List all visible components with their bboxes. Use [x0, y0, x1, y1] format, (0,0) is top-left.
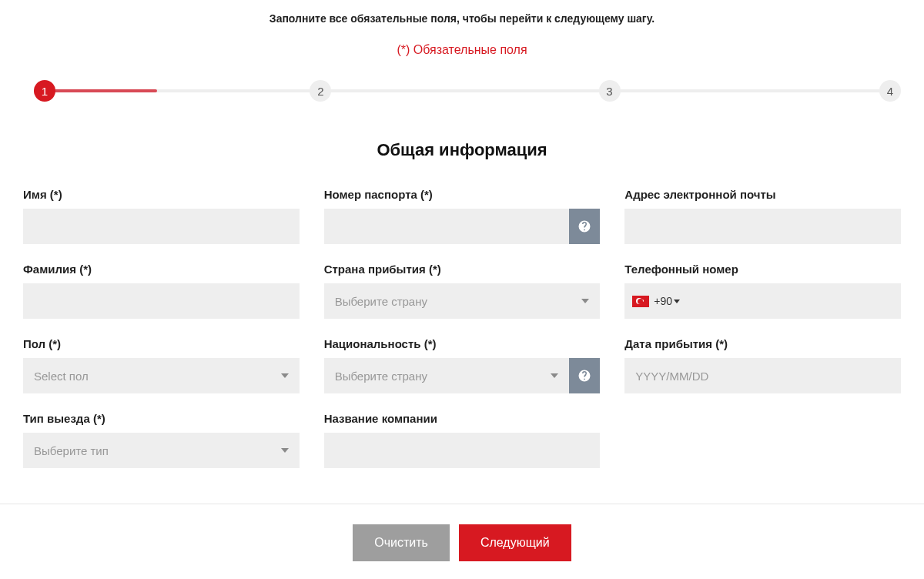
field-arrival-date: Дата прибытия (*)	[624, 337, 901, 393]
field-nationality: Национальность (*) Выберите страну	[324, 337, 601, 393]
required-fields-note: (*) Обязательные поля	[0, 43, 924, 57]
arrival-country-label: Страна прибытия (*)	[324, 263, 601, 276]
gender-label: Пол (*)	[23, 337, 300, 350]
field-first-name: Имя (*)	[23, 188, 300, 244]
empty-cell	[624, 412, 901, 468]
stepper-track	[34, 89, 890, 92]
clear-button[interactable]: Очистить	[353, 524, 450, 561]
arrival-country-placeholder: Выберите страну	[335, 295, 427, 308]
section-title: Общая информация	[0, 140, 924, 160]
arrival-date-label: Дата прибытия (*)	[624, 337, 901, 350]
arrival-date-input[interactable]	[624, 358, 901, 393]
passport-label: Номер паспорта (*)	[324, 188, 601, 201]
step-4[interactable]: 4	[879, 80, 901, 102]
next-button[interactable]: Следующий	[459, 524, 571, 561]
nationality-label: Национальность (*)	[324, 337, 601, 350]
field-last-name: Фамилия (*)	[23, 263, 300, 319]
last-name-input[interactable]	[23, 283, 300, 319]
passport-input[interactable]	[324, 209, 570, 244]
help-icon	[578, 219, 591, 233]
arrival-country-select[interactable]: Выберите страну	[324, 283, 601, 319]
company-label: Название компании	[324, 412, 601, 425]
field-exit-type: Тип выезда (*) Выберите тип	[23, 412, 300, 468]
passport-help-button[interactable]	[569, 209, 600, 244]
email-input[interactable]	[624, 209, 901, 244]
flag-turkey-icon[interactable]	[632, 296, 649, 307]
gender-placeholder: Select пол	[34, 370, 89, 383]
footer-actions: Очистить Следующий	[0, 504, 924, 579]
help-icon	[578, 369, 591, 383]
company-input[interactable]	[324, 433, 601, 468]
chevron-down-icon	[281, 373, 289, 378]
exit-type-label: Тип выезда (*)	[23, 412, 300, 425]
form-grid: Имя (*) Номер паспорта (*) Адрес электро…	[0, 160, 924, 468]
instruction-text: Заполните все обязательные поля, чтобы п…	[0, 0, 924, 25]
first-name-input[interactable]	[23, 209, 300, 244]
last-name-label: Фамилия (*)	[23, 263, 300, 276]
step-3[interactable]: 3	[599, 80, 621, 102]
nationality-help-button[interactable]	[569, 358, 600, 393]
phone-label: Телефонный номер	[624, 263, 901, 276]
chevron-down-icon[interactable]	[674, 300, 680, 303]
field-phone: Телефонный номер +90	[624, 263, 901, 319]
chevron-down-icon	[551, 373, 558, 378]
nationality-placeholder: Выберите страну	[335, 370, 427, 383]
step-2[interactable]: 2	[310, 80, 331, 102]
field-gender: Пол (*) Select пол	[23, 337, 300, 393]
chevron-down-icon	[281, 448, 289, 453]
dial-code[interactable]: +90	[654, 295, 672, 307]
gender-select[interactable]: Select пол	[23, 358, 300, 393]
phone-number-input[interactable]	[686, 283, 893, 319]
field-arrival-country: Страна прибытия (*) Выберите страну	[324, 263, 601, 319]
email-label: Адрес электронной почты	[624, 188, 901, 201]
phone-input-wrap: +90	[624, 283, 901, 319]
exit-type-select[interactable]: Выберите тип	[23, 433, 300, 468]
step-1[interactable]: 1	[34, 80, 55, 102]
field-passport: Номер паспорта (*)	[324, 188, 601, 244]
exit-type-placeholder: Выберите тип	[34, 444, 109, 457]
nationality-select[interactable]: Выберите страну	[324, 358, 570, 393]
chevron-down-icon	[581, 299, 589, 303]
first-name-label: Имя (*)	[23, 188, 300, 201]
field-email: Адрес электронной почты	[624, 188, 901, 244]
field-company: Название компании	[324, 412, 601, 468]
stepper: 1 2 3 4	[23, 80, 901, 102]
